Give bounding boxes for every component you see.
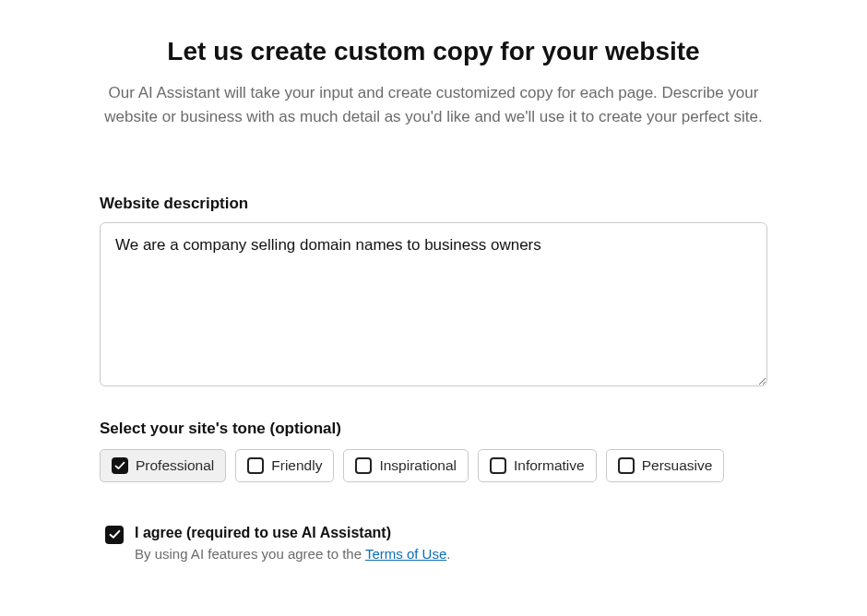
checkbox-icon — [112, 457, 128, 474]
tone-label: Select your site's tone (optional) — [100, 420, 767, 438]
tone-option-informative[interactable]: Informative — [478, 449, 597, 482]
tone-option-persuasive[interactable]: Persuasive — [606, 449, 725, 482]
agree-subtext-suffix: . — [446, 546, 450, 562]
checkbox-icon — [355, 457, 372, 474]
tone-option-inspirational[interactable]: Inspirational — [343, 449, 469, 482]
tone-option-label: Inspirational — [379, 457, 457, 474]
agree-subtext-prefix: By using AI features you agree to the — [135, 546, 365, 562]
tone-option-label: Professional — [136, 457, 214, 474]
tone-option-friendly[interactable]: Friendly — [235, 449, 334, 482]
tone-option-professional[interactable]: Professional — [100, 449, 226, 482]
checkbox-icon — [247, 457, 264, 474]
agree-checkbox[interactable] — [105, 526, 124, 544]
checkbox-icon — [490, 457, 506, 474]
page-subtitle: Our AI Assistant will take your input an… — [100, 81, 767, 130]
description-textarea[interactable] — [100, 222, 767, 386]
tone-option-label: Friendly — [271, 457, 322, 474]
page-title: Let us create custom copy for your websi… — [100, 37, 767, 66]
tone-options-row: Professional Friendly Inspirational Info… — [100, 449, 767, 482]
checkbox-icon — [618, 457, 635, 474]
terms-of-use-link[interactable]: Terms of Use — [365, 546, 446, 562]
tone-option-label: Persuasive — [642, 457, 713, 474]
description-label: Website description — [100, 195, 767, 213]
tone-option-label: Informative — [514, 457, 585, 474]
agree-block: I agree (required to use AI Assistant) B… — [100, 525, 767, 562]
agree-label: I agree (required to use AI Assistant) — [135, 525, 450, 541]
agree-subtext: By using AI features you agree to the Te… — [135, 546, 450, 562]
